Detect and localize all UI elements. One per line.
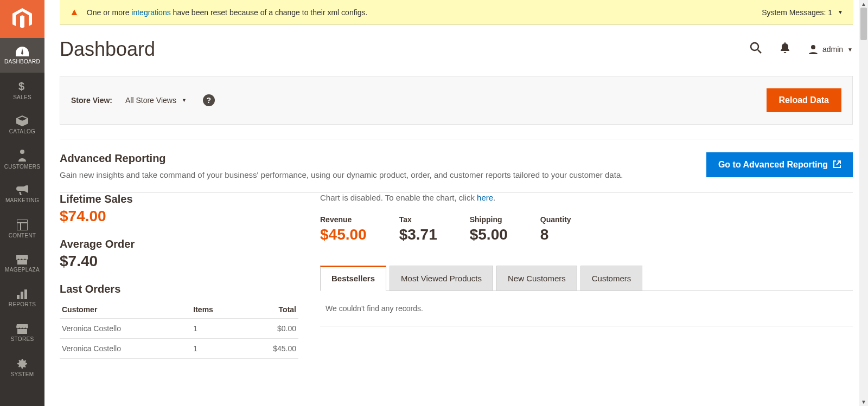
lifetime-sales: Lifetime Sales $74.00 bbox=[60, 193, 298, 225]
tab-new-customers[interactable]: New Customers bbox=[496, 266, 577, 291]
table-row[interactable]: Veronica Costello 1 $45.00 bbox=[60, 339, 298, 359]
stat-revenue: Revenue $45.00 bbox=[320, 215, 367, 243]
sidebar-item-marketing[interactable]: MARKETING bbox=[0, 177, 44, 211]
system-message-counter[interactable]: System Messages: 1 bbox=[762, 8, 832, 17]
advanced-reporting-section: Advanced Reporting Gain new insights and… bbox=[60, 139, 853, 192]
sidebar-item-label: CATALOG bbox=[9, 128, 35, 134]
sidebar-item-content[interactable]: CONTENT bbox=[0, 211, 44, 246]
stat-tax: Tax $3.71 bbox=[399, 215, 437, 243]
last-orders: Last Orders Customer Items Total Veronic… bbox=[60, 283, 298, 359]
average-order-label: Average Order bbox=[60, 238, 298, 250]
person-icon bbox=[18, 150, 26, 162]
logo[interactable] bbox=[0, 0, 44, 38]
sidebar-item-sales[interactable]: $ SALES bbox=[0, 73, 44, 107]
sidebar-item-label: CUSTOMERS bbox=[4, 164, 40, 170]
sidebar-item-label: SALES bbox=[13, 94, 31, 100]
col-total: Total bbox=[241, 301, 298, 319]
scroll-up-icon[interactable]: ▲ bbox=[859, 1, 868, 7]
sidebar-item-label: MARKETING bbox=[5, 197, 39, 203]
warning-icon: ▲ bbox=[69, 7, 79, 18]
advanced-reporting-desc: Gain new insights and take command of yo… bbox=[60, 170, 623, 179]
chevron-down-icon: ▼ bbox=[847, 47, 853, 53]
scroll-down-icon[interactable]: ▼ bbox=[859, 399, 868, 405]
svg-rect-7 bbox=[24, 289, 27, 299]
sidebar-item-label: SYSTEM bbox=[11, 371, 34, 377]
search-icon[interactable] bbox=[750, 42, 762, 57]
empty-message: We couldn't find any records. bbox=[326, 304, 423, 313]
user-label: admin bbox=[822, 45, 843, 54]
gauge-icon bbox=[16, 47, 29, 56]
tab-content: We couldn't find any records. bbox=[320, 291, 853, 326]
chevron-down-icon[interactable]: ▼ bbox=[838, 9, 843, 15]
main-content: ▲ One or more integrations have been res… bbox=[44, 0, 868, 406]
table-row[interactable]: Veronica Costello 1 $0.00 bbox=[60, 319, 298, 339]
help-icon[interactable]: ? bbox=[203, 94, 215, 106]
tab-customers[interactable]: Customers bbox=[580, 266, 643, 291]
sidebar-item-label: STORES bbox=[11, 336, 34, 342]
magento-logo-icon bbox=[12, 8, 32, 30]
store-view-bar: Store View: All Store Views ▼ ? Reload D… bbox=[60, 76, 853, 125]
svg-point-1 bbox=[20, 150, 24, 154]
store-view-label: Store View: bbox=[71, 96, 112, 105]
storefront-icon bbox=[16, 324, 28, 334]
advanced-reporting-title: Advanced Reporting bbox=[60, 152, 623, 165]
user-menu[interactable]: admin ▼ bbox=[808, 44, 853, 54]
enable-chart-link[interactable]: here bbox=[477, 193, 493, 202]
tabs: Bestsellers Most Viewed Products New Cus… bbox=[320, 265, 853, 291]
layout-icon bbox=[17, 220, 28, 230]
totals-row: Revenue $45.00 Tax $3.71 Shipping $5.00 … bbox=[320, 215, 853, 243]
page-title: Dashboard bbox=[60, 38, 155, 61]
sidebar: DASHBOARD $ SALES CATALOG CUSTOMERS MARK… bbox=[0, 0, 44, 406]
go-to-advanced-reporting-button[interactable]: Go to Advanced Reporting bbox=[706, 152, 853, 177]
sidebar-item-mageplaza[interactable]: MAGEPLAZA bbox=[0, 246, 44, 281]
col-items: Items bbox=[191, 301, 241, 319]
system-message-text: One or more integrations have been reset… bbox=[87, 8, 368, 17]
svg-point-8 bbox=[751, 43, 758, 50]
last-orders-table: Customer Items Total Veronica Costello 1… bbox=[60, 301, 298, 359]
sidebar-item-customers[interactable]: CUSTOMERS bbox=[0, 142, 44, 177]
bar-chart-icon bbox=[17, 289, 28, 299]
average-order: Average Order $7.40 bbox=[60, 238, 298, 270]
svg-rect-2 bbox=[17, 220, 28, 230]
sidebar-item-dashboard[interactable]: DASHBOARD bbox=[0, 38, 44, 73]
tab-most-viewed[interactable]: Most Viewed Products bbox=[390, 266, 493, 291]
store-icon bbox=[16, 255, 28, 265]
stat-shipping: Shipping $5.00 bbox=[470, 215, 508, 243]
svg-rect-6 bbox=[21, 292, 23, 299]
average-order-value: $7.40 bbox=[60, 253, 298, 270]
chevron-down-icon: ▼ bbox=[182, 98, 187, 103]
lifetime-sales-value: $74.00 bbox=[60, 208, 298, 225]
sidebar-item-label: REPORTS bbox=[9, 301, 36, 307]
reload-data-button[interactable]: Reload Data bbox=[767, 88, 841, 112]
svg-rect-5 bbox=[17, 295, 20, 299]
external-link-icon bbox=[833, 160, 841, 170]
gear-icon bbox=[17, 358, 28, 369]
svg-text:$: $ bbox=[18, 80, 24, 92]
col-customer: Customer bbox=[60, 301, 191, 319]
store-view-select[interactable]: All Store Views ▼ bbox=[125, 96, 187, 105]
sidebar-item-system[interactable]: SYSTEM bbox=[0, 350, 44, 385]
lifetime-sales-label: Lifetime Sales bbox=[60, 193, 298, 205]
chart-disabled-message: Chart is disabled. To enable the chart, … bbox=[320, 193, 853, 202]
sidebar-item-stores[interactable]: STORES bbox=[0, 315, 44, 350]
sidebar-item-label: CONTENT bbox=[9, 233, 36, 239]
sidebar-item-reports[interactable]: REPORTS bbox=[0, 281, 44, 315]
system-message-bar: ▲ One or more integrations have been res… bbox=[60, 0, 853, 25]
scrollbar[interactable]: ▲ ▼ bbox=[859, 0, 868, 406]
megaphone-icon bbox=[16, 185, 28, 195]
bell-icon[interactable] bbox=[780, 42, 790, 56]
dollar-icon: $ bbox=[18, 80, 26, 92]
sidebar-item-catalog[interactable]: CATALOG bbox=[0, 107, 44, 142]
page-header: Dashboard admin ▼ bbox=[44, 25, 868, 76]
svg-point-10 bbox=[811, 45, 815, 49]
svg-line-9 bbox=[758, 50, 761, 53]
tab-bestsellers[interactable]: Bestsellers bbox=[320, 266, 386, 291]
integrations-link[interactable]: integrations bbox=[131, 8, 170, 17]
sidebar-item-label: DASHBOARD bbox=[4, 59, 40, 65]
user-icon bbox=[808, 44, 818, 54]
last-orders-title: Last Orders bbox=[60, 283, 298, 295]
sidebar-item-label: MAGEPLAZA bbox=[5, 267, 40, 273]
scrollbar-thumb[interactable] bbox=[860, 8, 867, 40]
box-icon bbox=[16, 115, 28, 126]
stat-quantity: Quantity 8 bbox=[540, 215, 571, 243]
